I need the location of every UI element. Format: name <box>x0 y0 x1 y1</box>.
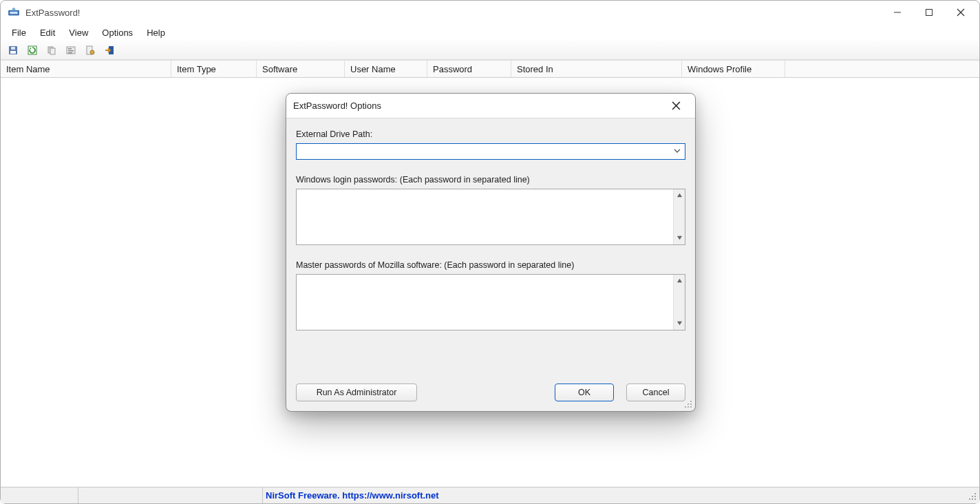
external-drive-path-combo[interactable] <box>296 143 685 160</box>
dialog-title-bar: ExtPassword! Options <box>286 94 695 118</box>
svg-point-39 <box>685 406 686 408</box>
table-header: Item Name Item Type Software User Name P… <box>1 60 979 78</box>
close-button[interactable] <box>945 2 977 23</box>
svg-marker-34 <box>677 279 681 282</box>
scrollbar[interactable] <box>673 189 685 244</box>
ok-button[interactable]: OK <box>555 384 614 401</box>
dialog-size-grip-icon[interactable] <box>683 399 693 409</box>
svg-point-37 <box>688 403 689 405</box>
menu-options[interactable]: Options <box>95 26 140 39</box>
window-title: ExtPassword! <box>25 8 80 18</box>
maximize-button[interactable] <box>913 2 945 23</box>
scrollbar[interactable] <box>673 275 685 330</box>
svg-point-40 <box>688 406 689 408</box>
menu-file[interactable]: File <box>5 26 33 39</box>
windows-login-passwords-field[interactable] <box>297 189 673 244</box>
mozilla-master-passwords-field[interactable] <box>297 275 673 330</box>
col-password[interactable]: Password <box>427 61 511 77</box>
svg-rect-4 <box>926 10 933 16</box>
properties-icon[interactable] <box>63 43 79 58</box>
svg-marker-32 <box>677 193 681 197</box>
svg-point-38 <box>690 403 692 405</box>
menu-bar: File Edit View Options Help <box>1 24 979 41</box>
label-drive-path: External Drive Path: <box>296 129 685 139</box>
svg-point-19 <box>90 50 94 54</box>
col-stored-in[interactable]: Stored In <box>511 61 682 77</box>
svg-point-22 <box>972 496 973 497</box>
svg-point-41 <box>690 406 692 408</box>
svg-point-24 <box>969 498 970 500</box>
label-win-login: Windows login passwords: (Each password … <box>296 175 685 185</box>
svg-marker-33 <box>677 236 681 240</box>
svg-rect-16 <box>68 50 74 52</box>
app-icon <box>8 6 20 19</box>
toolbar <box>1 41 979 60</box>
dialog-body: External Drive Path: Windows login passw… <box>286 118 695 384</box>
scroll-up-icon <box>677 191 683 200</box>
svg-rect-1 <box>10 12 17 14</box>
chevron-down-icon <box>674 147 681 156</box>
options-icon[interactable] <box>82 43 98 58</box>
col-item-type[interactable]: Item Type <box>171 61 257 77</box>
svg-rect-13 <box>50 48 55 54</box>
label-mozilla: Master passwords of Mozilla software: (E… <box>296 260 685 270</box>
svg-point-23 <box>974 496 976 497</box>
status-link[interactable]: NirSoft Freeware. https://www.nirsoft.ne… <box>263 490 439 501</box>
menu-help[interactable]: Help <box>140 26 172 39</box>
col-software[interactable]: Software <box>257 61 345 77</box>
menu-edit[interactable]: Edit <box>33 26 62 39</box>
svg-point-21 <box>974 493 976 494</box>
scroll-down-icon <box>677 319 683 328</box>
svg-rect-8 <box>10 51 16 54</box>
main-window: ExtPassword! File Edit View Options Help… <box>0 0 980 504</box>
dialog-close-button[interactable] <box>663 95 688 117</box>
dialog-button-row: Run As Administrator OK Cancel <box>286 384 695 411</box>
scroll-up-icon <box>677 276 683 286</box>
menu-view[interactable]: View <box>62 26 95 39</box>
options-dialog: ExtPassword! Options External Drive Path… <box>286 93 696 412</box>
col-user-name[interactable]: User Name <box>345 61 427 77</box>
svg-marker-35 <box>677 322 681 325</box>
scroll-down-icon <box>677 233 683 243</box>
cancel-button[interactable]: Cancel <box>626 384 685 401</box>
status-bar: NirSoft Freeware. https://www.nirsoft.ne… <box>1 487 979 503</box>
svg-rect-17 <box>68 52 72 54</box>
run-as-administrator-button[interactable]: Run As Administrator <box>296 384 417 401</box>
svg-rect-9 <box>11 47 15 50</box>
copy-icon[interactable] <box>43 43 60 58</box>
col-item-name[interactable]: Item Name <box>1 61 171 77</box>
svg-rect-15 <box>68 48 72 50</box>
title-bar: ExtPassword! <box>1 1 979 24</box>
col-windows-profile[interactable]: Windows Profile <box>682 61 785 77</box>
windows-login-passwords-wrap <box>296 189 685 245</box>
dialog-title: ExtPassword! Options <box>293 101 381 111</box>
mozilla-master-passwords-wrap <box>296 274 685 330</box>
svg-point-25 <box>972 498 973 500</box>
size-grip-icon[interactable] <box>968 492 977 501</box>
svg-point-26 <box>974 498 976 500</box>
status-section-2 <box>78 487 263 503</box>
refresh-icon[interactable] <box>24 43 41 58</box>
status-section-1 <box>1 487 78 503</box>
exit-icon[interactable] <box>101 43 118 58</box>
svg-point-2 <box>12 8 16 11</box>
save-icon[interactable] <box>5 43 21 58</box>
svg-point-36 <box>690 401 692 402</box>
minimize-button[interactable] <box>882 2 913 23</box>
